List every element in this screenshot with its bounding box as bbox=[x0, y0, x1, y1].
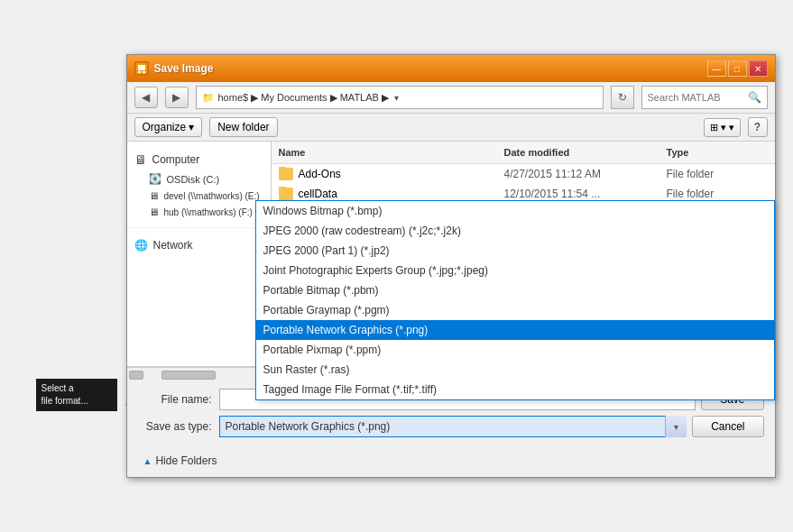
sidebar-item-network[interactable]: 🌐 Network bbox=[127, 227, 271, 255]
file-name-label: File name: bbox=[138, 393, 219, 406]
disk-icon: 💽 bbox=[149, 173, 161, 185]
window-title: Save Image bbox=[154, 62, 214, 75]
column-header-date[interactable]: Date modified bbox=[497, 145, 659, 160]
file-date-cell: 12/10/2015 11:54 ... bbox=[497, 187, 659, 201]
save-as-type-display[interactable]: Portable Network Graphics (*.png) bbox=[219, 416, 687, 437]
hide-folders-button[interactable]: ▲ Hide Folders bbox=[138, 452, 223, 470]
computer-icon: 🖥 bbox=[134, 152, 147, 167]
folder-icon bbox=[279, 188, 293, 200]
new-folder-button[interactable]: New folder bbox=[209, 117, 277, 137]
svg-rect-3 bbox=[143, 71, 145, 73]
network-drive-icon-e: 🖥 bbox=[149, 190, 159, 201]
sidebar-item-hub[interactable]: 🖥 hub (\\mathworks) (F:) bbox=[127, 204, 271, 220]
forward-button[interactable]: ▶ bbox=[165, 87, 189, 108]
search-icon[interactable]: 🔍 bbox=[748, 91, 761, 104]
dropdown-option[interactable]: Sun Raster (*.ras) bbox=[256, 360, 774, 380]
title-bar-icon bbox=[134, 61, 149, 76]
column-header-type[interactable]: Type bbox=[659, 145, 775, 160]
organize-button[interactable]: Organize ▾ bbox=[134, 117, 203, 137]
file-name-cell: Add-Ons bbox=[272, 167, 497, 181]
back-button[interactable]: ◀ bbox=[134, 87, 158, 108]
dropdown-option[interactable]: Portable Bitmap (*.pbm) bbox=[256, 280, 774, 300]
cancel-button[interactable]: Cancel bbox=[692, 416, 763, 437]
file-list-header: Name Date modified Type bbox=[272, 142, 775, 164]
address-toolbar: ◀ ▶ 📁 home$ ▶ My Documents ▶ MATLAB ▶ ▾ … bbox=[127, 82, 775, 114]
save-as-type-row: Save as type: Portable Network Graphics … bbox=[138, 416, 764, 437]
sidebar-item-osdisk[interactable]: 💽 OSDisk (C:) bbox=[127, 170, 271, 188]
view-button[interactable]: ⊞ ▾ ▾ bbox=[704, 118, 740, 137]
file-date-cell: 4/27/2015 11:12 AM bbox=[497, 167, 659, 181]
save-as-type-wrapper: Portable Network Graphics (*.png) ▾ bbox=[219, 416, 687, 437]
table-row[interactable]: Add-Ons 4/27/2015 11:12 AM File folder bbox=[272, 164, 775, 184]
address-dropdown-arrow[interactable]: ▾ bbox=[392, 93, 401, 103]
save-image-dialog: Save Image — □ ✕ ◀ ▶ 📁 home$ ▶ My Docume… bbox=[126, 54, 776, 478]
file-name-text: cellData bbox=[299, 188, 337, 200]
folder-icon: 📁 bbox=[202, 92, 215, 104]
secondary-toolbar: Organize ▾ New folder ⊞ ▾ ▾ ? bbox=[127, 114, 775, 142]
dropdown-option[interactable]: Tagged Image File Format (*.tif;*.tiff) bbox=[256, 380, 774, 399]
save-type-dropdown: Windows Bitmap (*.bmp)JPEG 2000 (raw cod… bbox=[255, 200, 775, 400]
dropdown-option[interactable]: Portable Graymap (*.pgm) bbox=[256, 300, 774, 320]
hscroll-thumb[interactable] bbox=[161, 371, 216, 380]
file-name-cell: cellData bbox=[272, 187, 497, 201]
hscroll-left-arrow[interactable] bbox=[129, 371, 143, 380]
folder-icon bbox=[279, 168, 293, 180]
organize-dropdown-icon: ▾ bbox=[189, 121, 194, 133]
file-type-cell: File folder bbox=[659, 187, 775, 201]
minimize-button[interactable]: — bbox=[707, 60, 726, 77]
search-input[interactable] bbox=[648, 92, 748, 103]
sidebar-item-devel[interactable]: 🖥 devel (\\mathworks) (E:) bbox=[127, 188, 271, 204]
annotation-box: Select a file format... bbox=[36, 379, 117, 411]
svg-rect-2 bbox=[138, 71, 141, 73]
column-header-name[interactable]: Name bbox=[272, 145, 497, 160]
hide-folders-row: ▲ Hide Folders bbox=[127, 450, 775, 477]
sidebar-item-computer[interactable]: 🖥 Computer bbox=[127, 149, 271, 170]
close-button[interactable]: ✕ bbox=[749, 60, 768, 77]
refresh-button[interactable]: ↻ bbox=[611, 86, 634, 109]
file-type-cell: File folder bbox=[659, 167, 775, 181]
left-panel: 🖥 Computer 💽 OSDisk (C:) 🖥 devel (\\math… bbox=[127, 142, 272, 366]
dropdown-option[interactable]: Windows Bitmap (*.bmp) bbox=[256, 201, 774, 221]
svg-rect-1 bbox=[138, 65, 145, 70]
dropdown-option[interactable]: JPEG 2000 (Part 1) (*.jp2) bbox=[256, 241, 774, 261]
hide-folders-chevron-icon: ▲ bbox=[143, 456, 152, 466]
breadcrumb: home$ ▶ My Documents ▶ MATLAB ▶ bbox=[218, 92, 389, 104]
dropdown-option[interactable]: Joint Photographic Experts Group (*.jpg;… bbox=[256, 261, 774, 280]
title-bar: Save Image — □ ✕ bbox=[127, 55, 775, 82]
dropdown-option[interactable]: Portable Pixmap (*.ppm) bbox=[256, 340, 774, 360]
network-drive-icon-f: 🖥 bbox=[149, 206, 159, 217]
network-icon: 🌐 bbox=[134, 239, 148, 252]
save-as-type-label: Save as type: bbox=[138, 420, 219, 433]
view-dropdown-icon: ▾ bbox=[729, 122, 734, 133]
dropdown-option[interactable]: JPEG 2000 (raw codestream) (*.j2c;*.j2k) bbox=[256, 221, 774, 241]
address-bar[interactable]: 📁 home$ ▶ My Documents ▶ MATLAB ▶ ▾ bbox=[196, 86, 604, 109]
search-bar[interactable]: 🔍 bbox=[641, 86, 768, 109]
help-button[interactable]: ? bbox=[748, 117, 768, 137]
maximize-button[interactable]: □ bbox=[728, 60, 747, 77]
file-name-text: Add-Ons bbox=[299, 168, 341, 180]
dropdown-option[interactable]: Portable Network Graphics (*.png) bbox=[256, 320, 774, 340]
